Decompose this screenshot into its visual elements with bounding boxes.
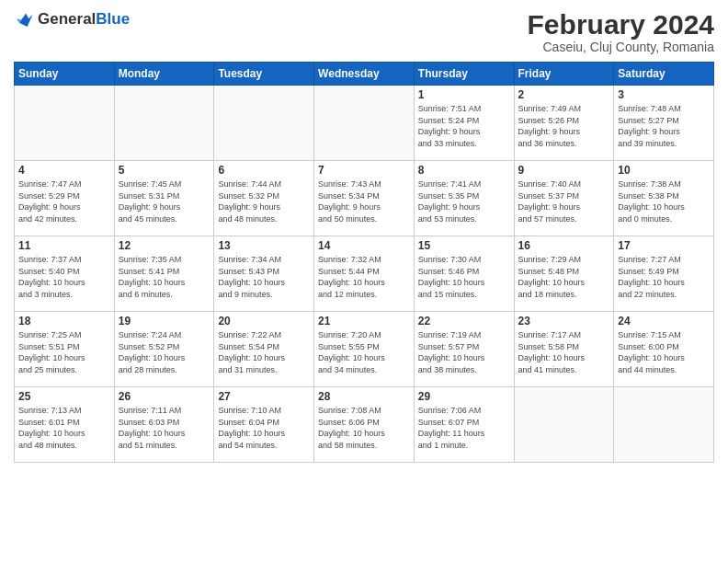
calendar-cell <box>15 86 115 161</box>
logo: General Blue <box>14 9 130 29</box>
calendar-cell: 18Sunrise: 7:25 AM Sunset: 5:51 PM Dayli… <box>15 312 115 387</box>
day-info: Sunrise: 7:27 AM Sunset: 5:49 PM Dayligh… <box>618 254 710 300</box>
day-number: 22 <box>418 315 510 327</box>
col-header-sunday: Sunday <box>15 63 115 86</box>
day-number: 28 <box>318 390 410 403</box>
logo-text: General Blue <box>38 10 130 29</box>
day-number: 6 <box>218 164 310 177</box>
calendar-cell: 21Sunrise: 7:20 AM Sunset: 5:55 PM Dayli… <box>314 312 415 387</box>
day-number: 11 <box>18 239 110 252</box>
col-header-tuesday: Tuesday <box>214 63 314 86</box>
day-info: Sunrise: 7:51 AM Sunset: 5:24 PM Dayligh… <box>418 103 510 149</box>
day-number: 3 <box>618 88 710 101</box>
calendar-header-row: Sunday Monday Tuesday Wednesday Thursday… <box>15 63 714 86</box>
calendar-cell <box>614 387 714 463</box>
calendar-cell: 23Sunrise: 7:17 AM Sunset: 5:58 PM Dayli… <box>514 312 614 387</box>
day-info: Sunrise: 7:35 AM Sunset: 5:41 PM Dayligh… <box>119 254 210 300</box>
day-info: Sunrise: 7:25 AM Sunset: 5:51 PM Dayligh… <box>18 329 110 375</box>
day-info: Sunrise: 7:45 AM Sunset: 5:31 PM Dayligh… <box>119 178 210 224</box>
day-info: Sunrise: 7:34 AM Sunset: 5:43 PM Dayligh… <box>218 254 310 300</box>
calendar-cell: 25Sunrise: 7:13 AM Sunset: 6:01 PM Dayli… <box>15 387 115 463</box>
week-row-4: 18Sunrise: 7:25 AM Sunset: 5:51 PM Dayli… <box>15 312 714 387</box>
col-header-saturday: Saturday <box>614 63 714 86</box>
calendar-cell: 15Sunrise: 7:30 AM Sunset: 5:46 PM Dayli… <box>414 236 514 312</box>
day-number: 26 <box>119 390 210 403</box>
calendar-cell: 19Sunrise: 7:24 AM Sunset: 5:52 PM Dayli… <box>114 312 214 387</box>
day-info: Sunrise: 7:11 AM Sunset: 6:03 PM Dayligh… <box>119 405 210 451</box>
day-number: 18 <box>18 315 110 327</box>
title-block: February 2024 Caseiu, Cluj County, Roman… <box>528 9 714 54</box>
week-row-3: 11Sunrise: 7:37 AM Sunset: 5:40 PM Dayli… <box>15 236 714 312</box>
day-number: 8 <box>418 164 510 177</box>
col-header-thursday: Thursday <box>414 63 514 86</box>
calendar-cell: 27Sunrise: 7:10 AM Sunset: 6:04 PM Dayli… <box>214 387 314 463</box>
calendar-cell: 8Sunrise: 7:41 AM Sunset: 5:35 PM Daylig… <box>414 161 514 236</box>
day-info: Sunrise: 7:30 AM Sunset: 5:46 PM Dayligh… <box>418 254 510 300</box>
calendar-cell: 13Sunrise: 7:34 AM Sunset: 5:43 PM Dayli… <box>214 236 314 312</box>
day-number: 20 <box>218 315 310 327</box>
day-info: Sunrise: 7:29 AM Sunset: 5:48 PM Dayligh… <box>518 254 610 300</box>
day-info: Sunrise: 7:40 AM Sunset: 5:37 PM Dayligh… <box>518 178 610 224</box>
day-info: Sunrise: 7:38 AM Sunset: 5:38 PM Dayligh… <box>618 178 710 224</box>
day-number: 24 <box>618 315 710 327</box>
calendar-cell: 4Sunrise: 7:47 AM Sunset: 5:29 PM Daylig… <box>15 161 115 236</box>
calendar-title: February 2024 <box>528 9 714 40</box>
calendar-table: Sunday Monday Tuesday Wednesday Thursday… <box>14 62 714 463</box>
day-number: 14 <box>318 239 410 252</box>
day-info: Sunrise: 7:49 AM Sunset: 5:26 PM Dayligh… <box>518 103 610 149</box>
day-info: Sunrise: 7:32 AM Sunset: 5:44 PM Dayligh… <box>318 254 410 300</box>
calendar-cell: 22Sunrise: 7:19 AM Sunset: 5:57 PM Dayli… <box>414 312 514 387</box>
week-row-5: 25Sunrise: 7:13 AM Sunset: 6:01 PM Dayli… <box>15 387 714 463</box>
calendar-cell: 29Sunrise: 7:06 AM Sunset: 6:07 PM Dayli… <box>414 387 514 463</box>
calendar-cell: 7Sunrise: 7:43 AM Sunset: 5:34 PM Daylig… <box>314 161 415 236</box>
calendar-cell: 5Sunrise: 7:45 AM Sunset: 5:31 PM Daylig… <box>114 161 214 236</box>
week-row-1: 1Sunrise: 7:51 AM Sunset: 5:24 PM Daylig… <box>15 86 714 161</box>
day-info: Sunrise: 7:10 AM Sunset: 6:04 PM Dayligh… <box>218 405 310 451</box>
calendar-cell: 14Sunrise: 7:32 AM Sunset: 5:44 PM Dayli… <box>314 236 415 312</box>
day-number: 25 <box>18 390 110 403</box>
calendar-cell: 3Sunrise: 7:48 AM Sunset: 5:27 PM Daylig… <box>614 86 714 161</box>
day-info: Sunrise: 7:20 AM Sunset: 5:55 PM Dayligh… <box>318 329 410 375</box>
day-info: Sunrise: 7:19 AM Sunset: 5:57 PM Dayligh… <box>418 329 510 375</box>
day-number: 1 <box>418 88 510 101</box>
day-number: 23 <box>518 315 610 327</box>
day-info: Sunrise: 7:47 AM Sunset: 5:29 PM Dayligh… <box>18 178 110 224</box>
week-row-2: 4Sunrise: 7:47 AM Sunset: 5:29 PM Daylig… <box>15 161 714 236</box>
day-info: Sunrise: 7:17 AM Sunset: 5:58 PM Dayligh… <box>518 329 610 375</box>
day-number: 7 <box>318 164 410 177</box>
day-number: 27 <box>218 390 310 403</box>
day-number: 4 <box>18 164 110 177</box>
calendar-cell: 11Sunrise: 7:37 AM Sunset: 5:40 PM Dayli… <box>15 236 115 312</box>
calendar-cell <box>214 86 314 161</box>
day-number: 21 <box>318 315 410 327</box>
day-info: Sunrise: 7:08 AM Sunset: 6:06 PM Dayligh… <box>318 405 410 451</box>
day-info: Sunrise: 7:13 AM Sunset: 6:01 PM Dayligh… <box>18 405 110 451</box>
calendar-cell: 24Sunrise: 7:15 AM Sunset: 6:00 PM Dayli… <box>614 312 714 387</box>
calendar-cell: 26Sunrise: 7:11 AM Sunset: 6:03 PM Dayli… <box>114 387 214 463</box>
logo-general: General <box>38 10 96 29</box>
col-header-monday: Monday <box>114 63 214 86</box>
calendar-cell <box>514 387 614 463</box>
day-info: Sunrise: 7:15 AM Sunset: 6:00 PM Dayligh… <box>618 329 710 375</box>
day-info: Sunrise: 7:41 AM Sunset: 5:35 PM Dayligh… <box>418 178 510 224</box>
calendar-cell: 28Sunrise: 7:08 AM Sunset: 6:06 PM Dayli… <box>314 387 415 463</box>
day-number: 17 <box>618 239 710 252</box>
day-number: 10 <box>618 164 710 177</box>
day-info: Sunrise: 7:06 AM Sunset: 6:07 PM Dayligh… <box>418 405 510 451</box>
day-info: Sunrise: 7:43 AM Sunset: 5:34 PM Dayligh… <box>318 178 410 224</box>
day-info: Sunrise: 7:44 AM Sunset: 5:32 PM Dayligh… <box>218 178 310 224</box>
header: General Blue February 2024 Caseiu, Cluj … <box>14 9 714 54</box>
day-number: 16 <box>518 239 610 252</box>
calendar-subtitle: Caseiu, Cluj County, Romania <box>528 40 714 54</box>
calendar-cell: 9Sunrise: 7:40 AM Sunset: 5:37 PM Daylig… <box>514 161 614 236</box>
day-number: 15 <box>418 239 510 252</box>
day-info: Sunrise: 7:24 AM Sunset: 5:52 PM Dayligh… <box>119 329 210 375</box>
day-number: 9 <box>518 164 610 177</box>
calendar-cell: 12Sunrise: 7:35 AM Sunset: 5:41 PM Dayli… <box>114 236 214 312</box>
day-number: 19 <box>119 315 210 327</box>
logo-blue: Blue <box>96 10 130 29</box>
day-info: Sunrise: 7:48 AM Sunset: 5:27 PM Dayligh… <box>618 103 710 149</box>
calendar-cell <box>314 86 415 161</box>
day-info: Sunrise: 7:22 AM Sunset: 5:54 PM Dayligh… <box>218 329 310 375</box>
calendar-cell: 17Sunrise: 7:27 AM Sunset: 5:49 PM Dayli… <box>614 236 714 312</box>
